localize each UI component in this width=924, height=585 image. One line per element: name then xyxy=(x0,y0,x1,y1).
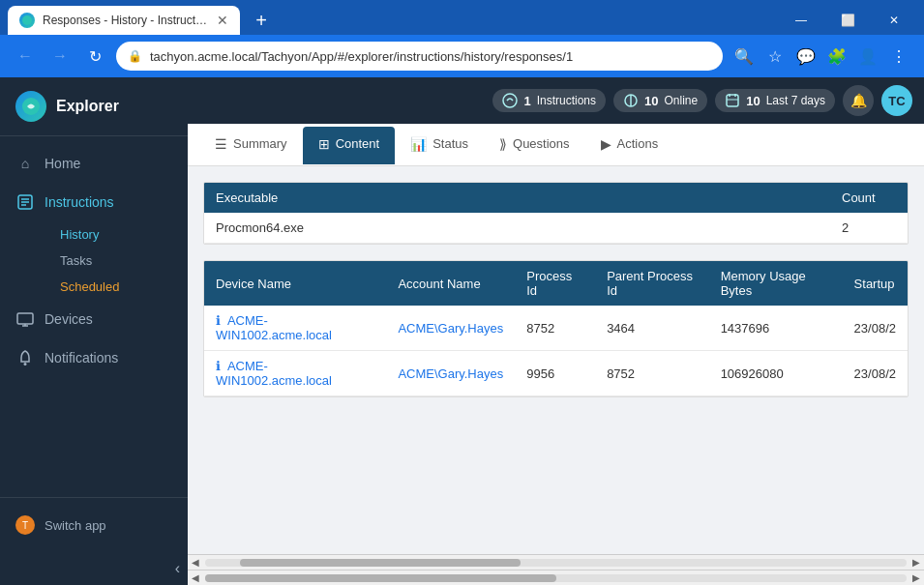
forward-button[interactable]: → xyxy=(46,43,74,70)
sidebar-item-instructions[interactable]: Instructions xyxy=(0,183,188,221)
lock-icon: 🔒 xyxy=(128,49,142,63)
profile-icon[interactable]: 👤 xyxy=(854,43,881,70)
svg-point-10 xyxy=(503,94,517,107)
scroll-right-arrow-2[interactable]: ▶ xyxy=(909,570,924,586)
browser-tab-active[interactable]: Responses - History - Instruction... ✕ xyxy=(8,6,240,35)
tab-close-button[interactable]: ✕ xyxy=(217,14,228,27)
new-tab-button[interactable]: + xyxy=(248,7,275,34)
sidebar-footer: T Switch app xyxy=(0,497,188,552)
col-memory-usage: Memory Usage Bytes xyxy=(709,261,843,306)
sidebar-item-devices-label: Devices xyxy=(45,311,93,327)
switch-app-icon: T xyxy=(15,515,35,535)
online-pill[interactable]: 10 Online xyxy=(613,89,707,112)
process-id-cell-1: 8752 xyxy=(515,306,595,351)
close-button[interactable]: ✕ xyxy=(872,6,916,35)
sidebar-item-home[interactable]: ⌂ Home xyxy=(0,144,188,183)
svg-point-9 xyxy=(24,363,27,366)
url-text: tachyon.acme.local/Tachyon/App/#/explore… xyxy=(150,49,711,64)
scroll-left-arrow-2[interactable]: ◀ xyxy=(188,570,203,586)
h-scrollbar-track-2[interactable] xyxy=(205,574,907,582)
device-link-2[interactable]: ACME-WIN1002.acme.local xyxy=(216,359,332,388)
refresh-button[interactable]: ↻ xyxy=(81,43,108,70)
online-label: Online xyxy=(664,94,698,107)
tab-content[interactable]: ⊞ Content xyxy=(303,127,396,164)
col-count: Count xyxy=(830,183,908,213)
sidebar: Explorer ⌂ Home Instructions History Tas… xyxy=(0,77,188,585)
browser-chrome: Responses - History - Instruction... ✕ +… xyxy=(0,0,924,77)
tab-content-label: Content xyxy=(336,136,380,151)
status-tab-icon: 📊 xyxy=(410,136,427,152)
window-controls: — ⬜ ✕ xyxy=(779,6,916,35)
sidebar-item-history[interactable]: History xyxy=(45,221,188,248)
app-logo xyxy=(15,91,46,122)
sidebar-item-scheduled[interactable]: Scheduled xyxy=(45,274,188,300)
minimize-button[interactable]: — xyxy=(779,6,823,35)
device-name-cell-1[interactable]: ℹ ACME-WIN1002.acme.local xyxy=(204,306,386,351)
device-name-cell-2[interactable]: ℹ ACME-WIN1002.acme.local xyxy=(204,351,386,396)
menu-icon[interactable]: ⋮ xyxy=(885,43,912,70)
detail-table: Device Name Account Name Process Id Pare… xyxy=(204,261,908,396)
scroll-right-arrow-1[interactable]: ▶ xyxy=(909,555,924,570)
svg-point-0 xyxy=(22,15,32,25)
h-scrollbar-1[interactable]: ◀ ▶ xyxy=(188,554,924,570)
h-scrollbar-track-1[interactable] xyxy=(205,559,907,567)
sidebar-collapse: ‹ xyxy=(0,552,188,585)
last-days-pill[interactable]: 10 Last 7 days xyxy=(715,89,835,112)
tab-status[interactable]: 📊 Status xyxy=(395,127,484,164)
sidebar-item-notifications[interactable]: Notifications xyxy=(0,338,188,377)
col-process-id: Process Id xyxy=(515,261,595,306)
process-id-cell-2: 9956 xyxy=(515,351,595,396)
instructions-icon xyxy=(15,192,35,212)
sidebar-item-notifications-label: Notifications xyxy=(45,350,118,366)
scrollbar-container: ◀ ▶ ◀ ▶ xyxy=(188,554,924,585)
instructions-pill[interactable]: 1 Instructions xyxy=(492,89,606,112)
svg-rect-13 xyxy=(727,95,738,106)
home-icon: ⌂ xyxy=(15,154,35,173)
scroll-left-arrow-1[interactable]: ◀ xyxy=(188,555,203,570)
sidebar-item-tasks[interactable]: Tasks xyxy=(45,248,188,274)
user-avatar[interactable]: TC xyxy=(881,85,912,116)
url-bar[interactable]: 🔒 tachyon.acme.local/Tachyon/App/#/explo… xyxy=(116,42,723,71)
content-area: Executable Count Procmon64.exe 2 xyxy=(188,166,924,554)
h-scrollbar-thumb-2[interactable] xyxy=(205,574,556,582)
collapse-button[interactable]: ‹ xyxy=(175,560,180,577)
table-row: Procmon64.exe 2 xyxy=(204,213,908,244)
search-icon[interactable]: 🔍 xyxy=(730,43,758,70)
tab-questions[interactable]: ⟫ Questions xyxy=(484,127,585,164)
maximize-button[interactable]: ⬜ xyxy=(825,6,870,35)
table-row: ℹ ACME-WIN1002.acme.local ACME\Gary.Haye… xyxy=(204,306,908,351)
tab-summary-label: Summary xyxy=(233,136,287,151)
tab-summary[interactable]: ☰ Summary xyxy=(199,127,303,164)
tabs-bar: ☰ Summary ⊞ Content 📊 Status ⟫ Questions… xyxy=(188,124,924,166)
back-button[interactable]: ← xyxy=(12,43,39,70)
summary-table: Executable Count Procmon64.exe 2 xyxy=(204,183,908,244)
last-days-count: 10 xyxy=(746,94,760,108)
account-link-1[interactable]: ACME\Gary.Hayes xyxy=(398,321,503,336)
instructions-count: 1 xyxy=(523,94,530,108)
summary-tab-icon: ☰ xyxy=(215,136,227,152)
browser-actions: 🔍 ☆ 💬 🧩 👤 ⋮ xyxy=(730,43,912,70)
detail-table-section: Device Name Account Name Process Id Pare… xyxy=(203,260,909,397)
actions-tab-icon: ▶ xyxy=(601,136,611,152)
memory-usage-cell-2: 106926080 xyxy=(709,351,843,396)
h-scrollbar-2[interactable]: ◀ ▶ xyxy=(188,570,924,585)
svg-rect-6 xyxy=(17,313,33,324)
extensions-icon[interactable]: 🧩 xyxy=(823,43,850,70)
sidebar-item-instructions-label: Instructions xyxy=(45,194,114,210)
tab-actions-label: Actions xyxy=(617,136,659,151)
parent-process-id-cell-2: 8752 xyxy=(595,351,709,396)
sidebar-item-devices[interactable]: Devices xyxy=(0,300,188,338)
account-link-2[interactable]: ACME\Gary.Hayes xyxy=(398,366,503,381)
chat-icon[interactable]: 💬 xyxy=(792,43,820,70)
col-parent-process-id: Parent Process Id xyxy=(595,261,709,306)
notifications-bell-button[interactable]: 🔔 xyxy=(843,85,874,116)
devices-icon xyxy=(15,309,35,329)
h-scrollbar-thumb-1[interactable] xyxy=(240,559,521,567)
count-cell: 2 xyxy=(830,213,908,244)
switch-app-item[interactable]: T Switch app xyxy=(15,510,172,541)
tab-actions[interactable]: ▶ Actions xyxy=(585,127,674,164)
device-link-1[interactable]: ACME-WIN1002.acme.local xyxy=(216,313,332,342)
address-bar: ← → ↻ 🔒 tachyon.acme.local/Tachyon/App/#… xyxy=(0,35,924,77)
bookmark-icon[interactable]: ☆ xyxy=(761,43,789,70)
startup-cell-2: 23/08/2 xyxy=(843,351,908,396)
